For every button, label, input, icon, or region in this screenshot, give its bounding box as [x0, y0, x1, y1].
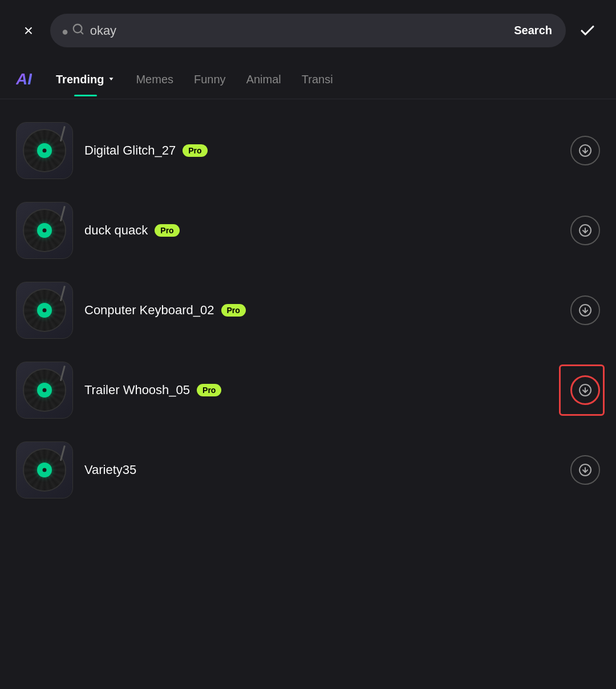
close-button[interactable]: ×: [16, 18, 41, 43]
sound-info: Variety35: [84, 463, 559, 477]
search-icon: ●: [62, 23, 84, 38]
vinyl-thumbnail: [16, 282, 73, 339]
tab-transi[interactable]: Transi: [291, 73, 343, 96]
header: × ● Search: [0, 0, 616, 61]
tab-animal[interactable]: Animal: [236, 73, 291, 96]
vinyl-thumbnail: [16, 362, 73, 419]
sound-name: Trailer Whoosh_05: [84, 383, 190, 398]
pro-badge: Pro: [183, 144, 207, 157]
tab-trending[interactable]: Trending: [46, 73, 125, 96]
list-item[interactable]: duck quack Pro: [0, 191, 616, 270]
vinyl-thumbnail: [16, 122, 73, 179]
sound-info: Trailer Whoosh_05 Pro: [84, 383, 559, 398]
download-button[interactable]: [570, 295, 600, 325]
download-button[interactable]: [570, 455, 600, 485]
chevron-down-icon: [107, 75, 115, 84]
list-item[interactable]: Trailer Whoosh_05 Pro: [0, 350, 616, 430]
tab-memes[interactable]: Memes: [125, 73, 184, 96]
list-item[interactable]: Variety35: [0, 430, 616, 510]
search-button[interactable]: Search: [512, 24, 554, 37]
svg-line-1: [80, 31, 83, 34]
download-button[interactable]: [570, 136, 600, 165]
download-button[interactable]: [570, 216, 600, 245]
tab-funny[interactable]: Funny: [184, 73, 236, 96]
sound-name: duck quack: [84, 223, 148, 238]
sound-info: duck quack Pro: [84, 223, 559, 238]
sound-name: Variety35: [84, 463, 136, 477]
category-tabs: AI Trending Memes Funny Animal Transi: [0, 61, 616, 99]
sound-list: Digital Glitch_27 Pro duck quack Pro: [0, 99, 616, 521]
pro-badge: Pro: [155, 224, 179, 237]
svg-marker-2: [110, 78, 114, 80]
confirm-button[interactable]: [575, 18, 600, 43]
pro-badge: Pro: [221, 304, 246, 317]
search-input[interactable]: [90, 23, 506, 38]
list-item[interactable]: Conputer Keyboard_02 Pro: [0, 270, 616, 350]
download-button[interactable]: [570, 375, 600, 405]
tab-ai[interactable]: AI: [16, 70, 32, 99]
sound-info: Digital Glitch_27 Pro: [84, 143, 559, 158]
sound-info: Conputer Keyboard_02 Pro: [84, 303, 559, 318]
search-bar: ● Search: [50, 14, 566, 47]
sound-name: Digital Glitch_27: [84, 143, 176, 158]
vinyl-thumbnail: [16, 202, 73, 259]
pro-badge: Pro: [197, 384, 221, 396]
list-item[interactable]: Digital Glitch_27 Pro: [0, 111, 616, 191]
vinyl-thumbnail: [16, 441, 73, 498]
sound-name: Conputer Keyboard_02: [84, 303, 214, 318]
